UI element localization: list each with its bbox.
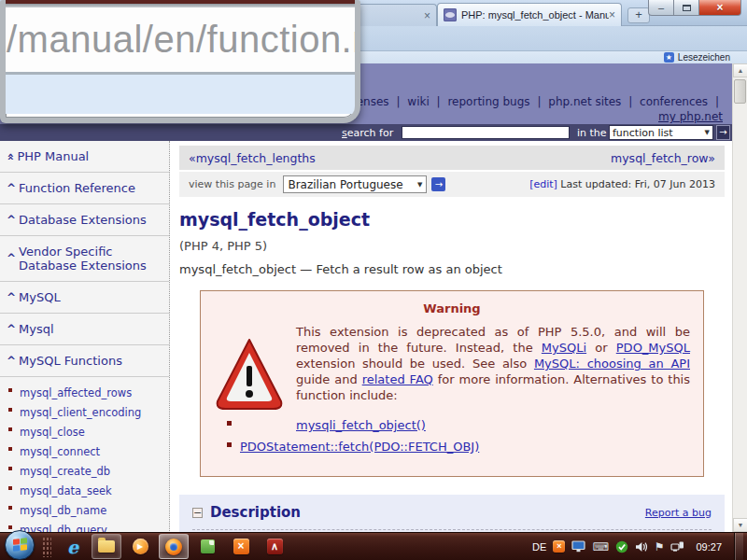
- function-link[interactable]: mysql_affected_rows: [20, 386, 132, 399]
- function-link[interactable]: mysql_data_seek: [20, 484, 112, 497]
- next-page-link[interactable]: mysql_fetch_row»: [611, 151, 715, 165]
- nav-link-phpnet-sites[interactable]: php.net sites: [548, 95, 621, 108]
- desktop: × PHP: mysql_fetch_object - Manual × + –…: [0, 0, 747, 560]
- internet-explorer-icon: e: [67, 538, 78, 556]
- page-scrollbar[interactable]: ▲ ▼: [732, 63, 747, 532]
- function-link[interactable]: mysql_db_query: [20, 524, 107, 532]
- function-link[interactable]: mysql_client_encoding: [20, 406, 141, 419]
- sidebar-item-label: MySQL: [19, 290, 61, 304]
- pdostatement-fetch-link[interactable]: PDOStatement::fetch(PDO::FETCH_OBJ): [240, 440, 479, 454]
- scrollbar-thumb[interactable]: [734, 79, 746, 104]
- taskbar-windows-explorer[interactable]: [92, 534, 121, 559]
- nav-link-wiki[interactable]: wiki: [407, 95, 429, 108]
- close-button[interactable]: ×: [699, 0, 741, 16]
- display-tray-icon[interactable]: [571, 540, 585, 553]
- sidebar-item-mysql-driver[interactable]: ^ MySQL: [0, 282, 169, 314]
- list-item: mysql_close: [0, 421, 169, 441]
- edit-link[interactable]: [edit]: [529, 178, 557, 190]
- maximize-icon: [683, 5, 691, 11]
- list-item: PDOStatement::fetch(PDO::FETCH_OBJ): [227, 435, 690, 456]
- function-link[interactable]: mysql_close: [20, 426, 85, 439]
- taskbar-adobe-reader[interactable]: ∧: [260, 534, 289, 559]
- adobe-reader-icon: ∧: [267, 539, 283, 554]
- sidebar-item-mysql-functions[interactable]: ^ MySQL Functions: [0, 345, 169, 377]
- pipe: |: [715, 95, 719, 108]
- maximize-button[interactable]: [674, 0, 699, 16]
- choosing-api-link[interactable]: MySQL: choosing an API: [534, 357, 690, 371]
- taskbar-media-player[interactable]: ▶: [125, 534, 155, 559]
- chevron-down-icon: ▼: [417, 181, 422, 189]
- chevron-down-icon: ▼: [705, 129, 710, 136]
- report-a-bug-link[interactable]: Report a bug: [645, 507, 712, 519]
- start-button[interactable]: [5, 530, 35, 560]
- sidebar-item-label: PHP Manual: [17, 149, 89, 163]
- keyboard-language-indicator[interactable]: DE: [532, 541, 546, 553]
- search-go-button[interactable]: →: [716, 125, 730, 140]
- action-center-flag-icon[interactable]: ⚑: [655, 540, 665, 553]
- nav-link-reporting-bugs[interactable]: reporting bugs: [447, 95, 529, 108]
- language-go-button[interactable]: →: [431, 177, 445, 191]
- list-item: mysql_create_db: [0, 460, 169, 480]
- scroll-down-button[interactable]: ▼: [733, 518, 747, 532]
- network-tray-icon[interactable]: [670, 540, 684, 553]
- taskbar-xampp[interactable]: ×: [226, 534, 256, 559]
- nav-link-conferences[interactable]: conferences: [640, 95, 708, 108]
- taskbar-firefox[interactable]: [159, 534, 189, 559]
- in-the-label: in the: [577, 127, 607, 139]
- speaker-tray-icon[interactable]: [635, 541, 648, 553]
- sidebar-item-php-manual[interactable]: » PHP Manual: [0, 141, 169, 173]
- taskbar-internet-explorer[interactable]: e: [58, 534, 88, 559]
- language-select[interactable]: Brazilian Portuguese ▼: [283, 175, 427, 193]
- related-faq-link[interactable]: related FAQ: [362, 372, 433, 386]
- magnified-url-text: /manual/en/function.m: [6, 19, 355, 61]
- function-link[interactable]: mysql_connect: [20, 445, 100, 458]
- show-desktop-button[interactable]: [734, 533, 743, 560]
- sidebar-item-label: Database Extensions: [19, 213, 147, 227]
- function-summary: mysql_fetch_object — Fetch a result row …: [179, 262, 732, 276]
- sidebar-item-function-reference[interactable]: ^ Function Reference: [0, 173, 169, 204]
- list-item: mysqli_fetch_object(): [227, 413, 690, 435]
- pipe: |: [537, 95, 541, 108]
- sidebar-item-vendor-specific[interactable]: ^ Vendor Specific Database Extensions: [0, 236, 169, 282]
- new-tab-button[interactable]: +: [627, 7, 650, 23]
- sidebar-item-mysql[interactable]: ^ Mysql: [0, 314, 169, 345]
- keyboard-tray-icon[interactable]: ⌨: [592, 540, 608, 553]
- list-item: mysql_data_seek: [0, 480, 169, 499]
- magnifier-lens[interactable]: /manual/en/function.m: [0, 0, 360, 123]
- media-player-icon: ▶: [133, 539, 148, 554]
- warning-title: Warning: [214, 301, 690, 315]
- mysqli-link[interactable]: MySQLi: [542, 341, 586, 355]
- sidebar-item-label: Vendor Specific Database Extensions: [19, 245, 165, 273]
- xampp-tray-icon[interactable]: ×: [553, 540, 565, 553]
- collapse-icon[interactable]: −: [192, 508, 203, 518]
- taskbar-editor[interactable]: [192, 534, 222, 559]
- sidebar-item-database-extensions[interactable]: ^ Database Extensions: [0, 204, 169, 236]
- antivirus-check-tray-icon[interactable]: [615, 540, 628, 553]
- list-item: mysql_connect: [0, 441, 169, 460]
- site-search-bar: search for in the function list ▼ →: [0, 124, 732, 141]
- taskbar-drag-handle[interactable]: [42, 537, 51, 557]
- alternatives-list: mysqli_fetch_object() PDOStatement::fetc…: [227, 413, 690, 456]
- search-scope-select[interactable]: function list ▼: [609, 125, 713, 140]
- taskbar-clock[interactable]: 09:27: [696, 541, 722, 553]
- bookmarks-star-icon[interactable]: ★: [664, 52, 674, 63]
- minimize-button[interactable]: –: [648, 0, 674, 16]
- function-link[interactable]: mysql_create_db: [20, 465, 110, 478]
- tab-close-icon[interactable]: ×: [609, 9, 615, 21]
- bookmarks-label[interactable]: Lesezeichen: [678, 52, 730, 63]
- flag-yellow: [21, 544, 27, 551]
- php-versions: (PHP 4, PHP 5): [179, 239, 732, 253]
- manual-content: «mysql_fetch_lengths mysql_fetch_row» vi…: [170, 141, 732, 532]
- tab-close-icon[interactable]: ×: [424, 10, 430, 21]
- flag-blue: [13, 545, 20, 552]
- tab-active[interactable]: PHP: mysql_fetch_object - Manual ×: [437, 3, 622, 26]
- site-search-input[interactable]: [402, 126, 570, 139]
- prev-page-link[interactable]: «mysql_fetch_lengths: [189, 151, 316, 165]
- mysqli-fetch-object-link[interactable]: mysqli_fetch_object(): [296, 418, 426, 432]
- pdo-mysql-link[interactable]: PDO_MySQL: [616, 341, 690, 355]
- nav-link-my-phpnet[interactable]: my php.net: [658, 110, 723, 123]
- list-item: mysql_db_query: [0, 519, 169, 532]
- lens-magnified-urlbar: /manual/en/function.m: [6, 7, 355, 72]
- function-link[interactable]: mysql_db_name: [20, 504, 106, 517]
- scroll-up-button[interactable]: ▲: [733, 63, 747, 77]
